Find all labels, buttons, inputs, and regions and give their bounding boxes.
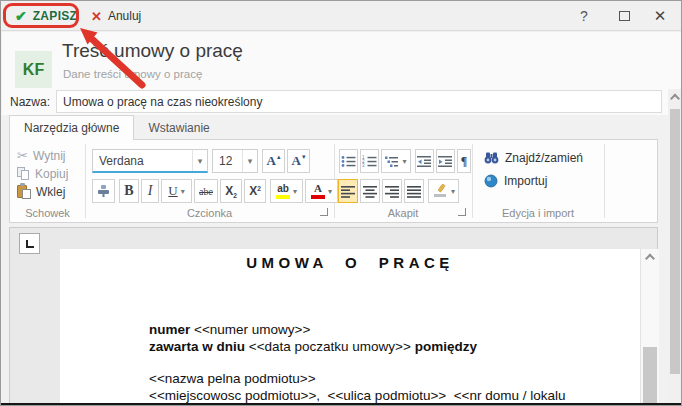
subscript-button[interactable]: X2 [220, 179, 242, 203]
font-color-icon: A [311, 183, 325, 199]
group-label-font: Czcionka [85, 207, 334, 219]
align-left-icon [341, 185, 356, 198]
svg-text:3: 3 [362, 163, 365, 168]
page-subtitle: Dane treści umowy o pracę [63, 68, 202, 80]
chevron-down-icon[interactable]: ▾ [402, 157, 406, 166]
editor-scrollbar-thumb[interactable] [643, 347, 657, 404]
show-marks-button[interactable]: ¶ [457, 149, 471, 173]
save-button[interactable]: ✔ ZAPISZ [7, 4, 85, 28]
cut-button[interactable]: ✂ Wytnij [17, 147, 65, 164]
cancel-button-label: Anuluj [108, 9, 141, 23]
align-left-button[interactable] [338, 179, 358, 203]
bullet-list-button[interactable] [339, 149, 358, 173]
scroll-up-icon[interactable] [670, 94, 680, 104]
ribbon: ✂ Wytnij Kopiuj Wklej Schowek Verdana ▾ … [9, 139, 658, 223]
binoculars-icon [484, 152, 499, 164]
tab-home[interactable]: Narzędzia główne [9, 115, 134, 140]
chevron-down-icon[interactable]: ▾ [451, 187, 455, 196]
document-editor: UMOWA O PRACĘ numer <<numer umowy>> zawa… [9, 227, 658, 403]
justify-button[interactable] [404, 179, 424, 203]
numbered-list-icon: 1 2 3 [362, 155, 377, 168]
paste-button[interactable]: Wklej [17, 183, 65, 200]
document-page[interactable]: UMOWA O PRACĘ numer <<numer umowy>> zawa… [60, 249, 640, 404]
import-label: Importuj [504, 174, 547, 188]
form-scrollbar-thumb[interactable] [670, 109, 680, 374]
page-title: Treść umowy o pracę [62, 40, 243, 62]
find-replace-label: Znajdź/zamień [505, 151, 583, 165]
shading-button[interactable]: ▾ [428, 179, 459, 203]
paste-label: Wklej [36, 185, 65, 199]
justify-icon [407, 185, 422, 198]
align-right-button[interactable] [382, 179, 402, 203]
chevron-down-icon[interactable]: ▾ [181, 187, 185, 196]
import-button[interactable]: Importuj [484, 172, 547, 190]
subscript-icon: X2 [225, 184, 237, 199]
chevron-down-icon[interactable]: ▾ [242, 150, 257, 172]
numbered-list-button[interactable]: 1 2 3 [360, 149, 379, 173]
help-button[interactable]: ? [573, 6, 595, 26]
group-label-edit-import: Edycja i import [472, 207, 604, 219]
increase-indent-icon [438, 155, 453, 168]
font-size-value: 12 [213, 154, 242, 168]
document-line: zawarta w dniu <<data poczatku umowy>> p… [149, 338, 638, 355]
name-row: Nazwa: [2, 89, 682, 115]
document-title: UMOWA O PRACĘ [60, 254, 640, 271]
entity-badge: KF [15, 51, 52, 88]
titlebar: ✔ ZAPISZ ✕ Anuluj ? ✕ [1, 1, 681, 31]
shrink-font-icon: A [292, 153, 301, 169]
font-size-combobox[interactable]: 12 ▾ [212, 149, 258, 173]
increase-indent-button[interactable] [436, 149, 455, 173]
name-label: Nazwa: [10, 95, 50, 109]
copy-label: Kopiuj [35, 167, 68, 181]
document-line: <<nazwa pelna podmiotu>> [149, 370, 638, 387]
name-input[interactable] [56, 90, 662, 113]
copy-button[interactable]: Kopiuj [17, 165, 68, 182]
tab-insert[interactable]: Wstawianie [134, 115, 223, 140]
cancel-x-icon: ✕ [91, 10, 102, 23]
tab-stop-icon [26, 240, 34, 248]
underline-button[interactable]: U ▾ [161, 179, 192, 203]
shrink-font-button[interactable]: A▾ [287, 149, 310, 173]
maximize-icon [619, 11, 630, 21]
ribbon-tabs: Narzędzia główne Wstawianie [9, 115, 224, 140]
align-center-button[interactable] [360, 179, 380, 203]
font-dialog-launcher[interactable] [320, 208, 328, 216]
scroll-up-icon[interactable] [645, 254, 655, 264]
chevron-down-icon[interactable]: ▾ [192, 150, 207, 171]
paragraph-dialog-launcher[interactable] [458, 208, 466, 216]
group-label-paragraph: Akapit [334, 207, 472, 219]
decrease-indent-icon [417, 155, 432, 168]
format-painter-icon [96, 184, 111, 198]
font-color-button[interactable]: A ▾ [305, 179, 338, 203]
font-family-combobox[interactable]: Verdana ▾ [92, 149, 208, 173]
close-button[interactable]: ✕ [649, 6, 671, 26]
chevron-down-icon[interactable]: ▾ [328, 187, 332, 196]
superscript-icon: X2 [249, 184, 261, 199]
chevron-down-icon[interactable]: ▾ [293, 187, 297, 196]
maximize-button[interactable] [613, 6, 635, 26]
editor-scrollbar[interactable] [640, 249, 659, 404]
decrease-indent-button[interactable] [415, 149, 434, 173]
multilevel-list-button[interactable]: ▾ [381, 149, 411, 173]
font-family-value: Verdana [93, 154, 192, 168]
cancel-button[interactable]: ✕ Anuluj [83, 4, 149, 28]
scissors-icon: ✂ [17, 149, 28, 162]
text-highlight-button[interactable]: ab ▾ [270, 179, 303, 203]
find-replace-button[interactable]: Znajdź/zamień [484, 149, 583, 167]
format-painter-button[interactable] [92, 179, 115, 203]
italic-button[interactable]: I [141, 179, 159, 203]
import-globe-icon [484, 174, 498, 188]
underline-glyph: U [168, 183, 177, 199]
form-header: KF Treść umowy o pracę Dane treści umowy… [2, 32, 682, 89]
multilevel-list-icon [385, 155, 399, 168]
highlight-icon: ab [276, 184, 290, 199]
form-scrollbar[interactable] [668, 89, 682, 403]
tab-stop-selector[interactable] [19, 233, 40, 254]
superscript-button[interactable]: X2 [244, 179, 266, 203]
cut-label: Wytnij [33, 149, 66, 163]
document-line: numer <<numer umowy>> [149, 321, 638, 338]
strikethrough-button[interactable]: abe [194, 179, 218, 203]
group-label-clipboard: Schowek [10, 207, 85, 219]
grow-font-button[interactable]: A▴ [262, 149, 285, 173]
bold-button[interactable]: B [119, 179, 139, 203]
